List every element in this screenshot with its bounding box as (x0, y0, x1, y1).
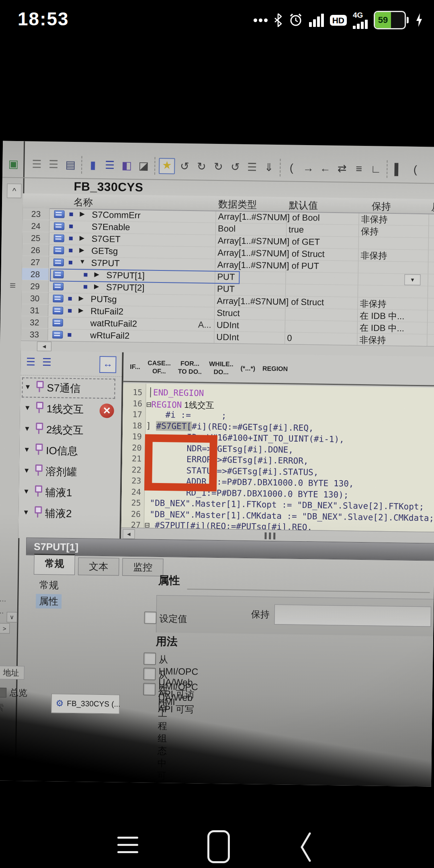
tree-item-4[interactable]: ▼IO信息 (21, 440, 115, 461)
retain-field[interactable] (274, 604, 431, 626)
tree-collapse-arrow-icon[interactable]: ▼ (23, 487, 30, 495)
update-interface-icon[interactable]: ⇄ (335, 161, 349, 176)
datatype-cell[interactable]: Array[1..#S7NUM] of Struct (217, 248, 325, 260)
variable-name[interactable]: S7GET (92, 234, 121, 245)
snippet-button[interactable]: IF... (130, 363, 140, 371)
android-recents-button[interactable] (117, 837, 138, 853)
redo-gear-icon[interactable]: ↻ (194, 159, 209, 174)
snippet-button[interactable]: FOR... TO DO.. (178, 360, 202, 375)
tab-常规[interactable]: 常规 (34, 554, 75, 575)
code-area[interactable]: 15│END_REGION16⊟REGION 1线交互17#i := ;18] … (121, 383, 434, 532)
copy-snapshot-icon[interactable]: ◪ (136, 158, 151, 173)
add-block-icon[interactable]: ▣ (6, 157, 20, 171)
keep-actual-values-icon[interactable]: ▮ (86, 158, 100, 172)
retain-cell[interactable]: 非保持 (361, 213, 387, 226)
usage-checkbox[interactable] (143, 667, 156, 680)
datatype-cell[interactable]: PUT (217, 272, 235, 283)
tree-item-7[interactable]: ▼辅液2 (20, 503, 114, 524)
undo-gear-icon[interactable]: ↺ (177, 159, 192, 174)
column-from[interactable]: 从 (431, 201, 434, 213)
external-source-icon[interactable]: ▤ (63, 158, 78, 172)
load-window-icon[interactable]: ↺ (228, 160, 242, 174)
bookmark-icon[interactable]: ▌ (391, 162, 405, 176)
favorites-icon[interactable]: ★ (159, 158, 175, 174)
snippet-button[interactable]: (*...*) (240, 364, 255, 373)
tree-collapse-arrow-icon[interactable]: ▼ (23, 446, 30, 454)
variable-name[interactable]: PUTsg (91, 294, 117, 305)
tree-collapse-arrow-icon[interactable]: ▼ (24, 383, 31, 391)
datatype-cell[interactable]: Bool (218, 223, 235, 234)
snippet-button[interactable]: WHILE.. DO... (209, 360, 233, 376)
absolute-operands-icon[interactable]: ≡ (352, 162, 366, 176)
snippet-button[interactable]: REGION (262, 364, 288, 373)
tree-item-1[interactable]: ▼S7通信 (22, 377, 115, 399)
default-value-cell[interactable]: true (289, 224, 304, 235)
snapshot-icon[interactable]: ◧ (119, 158, 134, 173)
variable-name[interactable]: RtuFail2 (90, 306, 123, 317)
compile-icon[interactable]: ⇓ (262, 160, 276, 174)
tab-监控[interactable]: 监控 (122, 558, 164, 576)
variable-name[interactable]: S7PUT[1] (106, 270, 145, 281)
tree-collapse-arrow-icon[interactable]: ▼ (23, 508, 29, 516)
usage-checkbox[interactable] (143, 683, 156, 695)
variable-name[interactable]: S7Enable (92, 222, 130, 233)
scroll-down-button[interactable]: ∨ (6, 612, 17, 622)
datatype-cell[interactable]: PUT (217, 284, 235, 295)
insert-row-icon[interactable]: ☰ (29, 157, 44, 171)
expand-members-icon[interactable]: ☰ (102, 158, 117, 172)
column-retain[interactable]: 保持 (372, 200, 391, 213)
usage-checkbox[interactable] (143, 652, 156, 665)
expand-arrow-icon[interactable]: ▶ (94, 270, 99, 278)
retain-cell[interactable]: 保持 (361, 225, 379, 238)
expand-arrow-icon[interactable]: ▶ (80, 234, 85, 242)
variable-name[interactable]: S7PUT[2] (106, 282, 145, 293)
collapse-tree-icon[interactable]: ☰ (24, 355, 37, 368)
splitter-handle[interactable]: ≡ (10, 279, 16, 292)
compare-lines-icon[interactable]: ☰ (245, 160, 259, 174)
expand-arrow-icon[interactable]: ▶ (80, 210, 85, 217)
retain-cell[interactable]: 非保持 (360, 298, 386, 310)
datatype-cell[interactable]: Array[1..#S7NUM] of Bool (218, 211, 319, 223)
taskbar-tab-fb330cys[interactable]: ⚙ FB_330CYS (... (51, 694, 120, 714)
sync-navigation-button[interactable]: ↔ (99, 356, 117, 373)
datatype-cell[interactable]: UDInt (216, 332, 239, 343)
expand-arrow-icon[interactable]: ▼ (79, 258, 86, 265)
variable-name[interactable]: S7PUT (91, 258, 120, 269)
scroll-left-button[interactable]: ◄ (123, 529, 135, 539)
add-row-after-icon[interactable]: ☰ (46, 157, 61, 172)
tree-collapse-arrow-icon[interactable]: ▼ (23, 467, 30, 475)
scroll-right-button[interactable]: > (0, 623, 10, 633)
datatype-cell[interactable]: Array[1..#S7NUM] of GET (218, 235, 320, 248)
datatype-cell[interactable]: UDInt (217, 320, 240, 331)
android-back-button[interactable] (299, 832, 311, 862)
nav-item-常规[interactable]: 常规 (36, 578, 61, 593)
tab-文本[interactable]: 文本 (78, 557, 119, 575)
column-datatype[interactable]: 数据类型 (218, 198, 257, 211)
column-default[interactable]: 默认值 (289, 199, 318, 212)
indent-left-icon[interactable]: ← (318, 161, 332, 175)
branch-icon[interactable]: ∟ (368, 162, 383, 176)
expand-tree-icon[interactable]: ☰ (40, 355, 53, 369)
retain-cell[interactable]: 非保持 (359, 334, 386, 346)
scroll-up-button[interactable]: ^ (7, 184, 21, 198)
expand-arrow-icon[interactable]: ▶ (79, 246, 84, 254)
tree-item-3[interactable]: ▼2线交互 (21, 419, 115, 440)
setpoint-checkbox[interactable] (144, 612, 156, 624)
indent-right-icon[interactable]: → (301, 161, 315, 175)
retain-dropdown-button[interactable]: ▼ (404, 274, 420, 285)
variable-name[interactable]: GETsg (91, 246, 118, 257)
tree-item-5[interactable]: ▼溶剂罐 (20, 461, 114, 482)
datatype-cell[interactable]: Struct (217, 308, 240, 319)
default-value-cell[interactable]: 0 (287, 333, 292, 343)
expand-arrow-icon[interactable]: ▶ (79, 294, 84, 302)
retain-cell[interactable]: 在 IDB 中... (360, 310, 405, 323)
datatype-cell[interactable]: Array[1..#S7NUM] of Struct (217, 296, 324, 308)
expand-arrow-icon[interactable]: ▶ (94, 283, 99, 290)
scrollbar-handle[interactable]: ▐▐▐ (262, 532, 273, 539)
android-home-button[interactable] (207, 830, 230, 863)
column-name[interactable]: 名称 (74, 196, 93, 209)
retain-cell[interactable]: 在 IDB 中... (360, 322, 405, 335)
go-back-icon[interactable]: ( (408, 162, 422, 177)
tree-item-6[interactable]: ▼辅液1 (20, 482, 114, 503)
variable-name[interactable]: wRtuFail2 (90, 330, 129, 341)
